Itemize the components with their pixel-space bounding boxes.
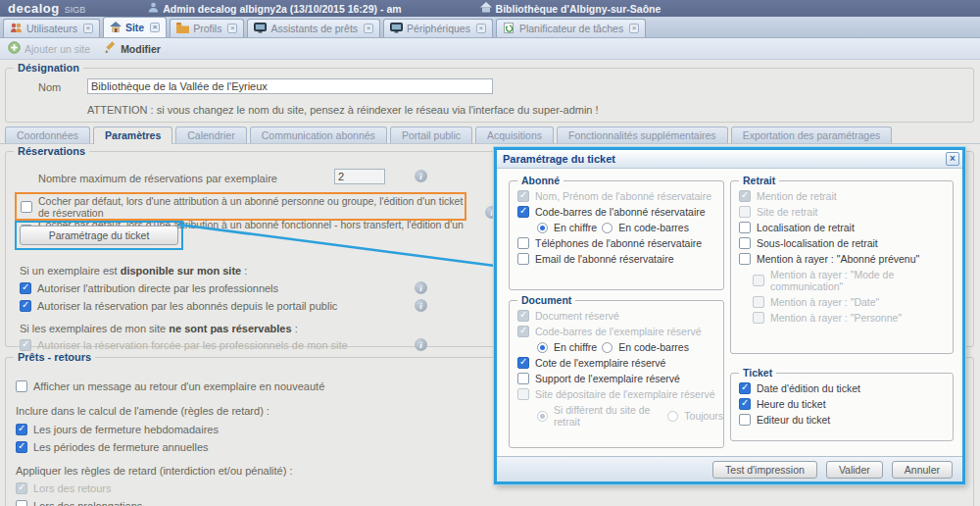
close-icon[interactable]: × (946, 152, 959, 166)
checkbox-label: Les périodes de fermeture annuelles (33, 441, 209, 453)
close-icon[interactable]: × (629, 24, 639, 33)
annuler-button[interactable]: Annuler (892, 461, 953, 479)
option-row: Autoriser la réservation par les abonnés… (20, 300, 337, 312)
current-user: Admin decalog albigny2a (13/10/2015 16:2… (148, 2, 401, 15)
tab-site[interactable]: Site × (103, 17, 167, 37)
option-row: Lors des retours (16, 482, 111, 494)
tab-label: Site (125, 22, 144, 33)
option-row: Site de retrait (739, 206, 953, 218)
option-row: Heure du ticket (739, 398, 953, 410)
radio-option: En code-barres (602, 222, 689, 233)
option-row: Sous-localisation de retrait (739, 237, 953, 249)
checkbox[interactable] (739, 253, 751, 265)
subtab-parametres[interactable]: Paramètres (93, 126, 172, 144)
dialog-title: Paramétrage du ticket (503, 153, 615, 165)
test-impression-button[interactable]: Test d'impression (712, 461, 817, 479)
close-icon[interactable]: × (150, 23, 160, 32)
close-icon[interactable]: × (83, 24, 93, 33)
checkbox[interactable] (517, 373, 529, 384)
tab-peripheriques[interactable]: Périphériques × (383, 19, 493, 37)
home-icon (110, 22, 122, 34)
close-icon[interactable]: × (364, 24, 373, 33)
subtab-exportation-des-parametrages[interactable]: Exportation des paramétrages (731, 126, 893, 143)
checkbox[interactable] (517, 206, 529, 218)
option-row: Cote de l'exemplaire réservé (517, 357, 723, 369)
radio[interactable] (537, 342, 548, 353)
logo-suffix: SIGB (65, 5, 86, 15)
modify-button[interactable]: Modifier (104, 41, 161, 56)
checkbox[interactable] (739, 398, 751, 410)
retrait-legend: Retrait (739, 175, 779, 186)
subtab-calendrier[interactable]: Calendrier (175, 126, 246, 143)
add-icon (8, 41, 21, 56)
info-icon[interactable]: i (415, 299, 427, 312)
checkbox-label: Date d'édition du ticket (757, 382, 860, 394)
option-row: Date d'édition du ticket (739, 382, 953, 394)
amende-heading: Inclure dans le calcul de l'amende (règl… (16, 405, 270, 417)
checkbox[interactable] (517, 357, 529, 369)
tab-profils[interactable]: Profils × (170, 19, 244, 37)
info-icon[interactable]: i (415, 170, 427, 182)
checkbox[interactable] (20, 282, 31, 294)
scheduler-icon (503, 23, 515, 35)
option-row: Mention à rayer : "Date" (753, 296, 953, 308)
nom-label: Nom (38, 81, 61, 93)
tab-label: Utilisateurs (26, 23, 77, 34)
max-reservations-label: Nombre maximum de réservations par exemp… (38, 173, 277, 184)
checkbox-label: Mention à rayer : "Abonné prévenu" (757, 253, 919, 265)
checkbox-label: Autoriser la réservation par les abonnés… (37, 300, 337, 312)
radio[interactable] (602, 342, 612, 353)
radio-option: Toujours (667, 410, 723, 422)
add-site-label: Ajouter un site (24, 43, 90, 55)
option-row: Autoriser la réservation forcée par les … (20, 339, 348, 351)
subtab-coordonnees[interactable]: Coordonnées (5, 126, 90, 143)
checkbox-label: Support de l'exemplaire réservé (535, 373, 680, 384)
radio[interactable] (602, 223, 612, 233)
radio-label: En code-barres (618, 222, 689, 233)
close-icon[interactable]: × (476, 24, 486, 33)
close-icon[interactable]: × (227, 24, 237, 33)
subtab-acquisitions[interactable]: Acquisitions (475, 126, 554, 143)
option-row: Téléphones de l'abonné réservataire (517, 237, 723, 249)
topbar: decalog SIGB Admin decalog albigny2a (13… (0, 0, 980, 17)
max-reservations-input[interactable] (334, 169, 385, 184)
radio-option: Si différent du site de retrait (537, 404, 656, 428)
option-row: Mention de retrait (739, 190, 953, 202)
subtab-portail-public[interactable]: Portail public (390, 126, 472, 143)
checkbox[interactable] (16, 380, 27, 392)
checkbox[interactable] (739, 237, 751, 249)
checkbox[interactable] (739, 222, 751, 233)
checkbox[interactable] (517, 237, 529, 249)
checkbox[interactable] (739, 382, 751, 394)
radio (667, 411, 678, 422)
checkbox-label: Autoriser la réservation forcée par les … (37, 339, 348, 351)
tab-assistants-de-prets[interactable]: Assistants de prêts × (247, 19, 380, 37)
nonreservable-heading: Si les exemplaires de mon site ne sont p… (20, 323, 298, 334)
checkbox[interactable] (517, 253, 529, 265)
checkbox[interactable] (739, 414, 751, 426)
checkbox[interactable] (16, 424, 27, 435)
checkbox (753, 296, 764, 308)
tab-planificateur-de-taches[interactable]: Planificateur de tâches × (496, 19, 646, 37)
subtab-fonctionnalites-supplementaires[interactable]: Fonctionnalités supplémentaires (557, 126, 728, 143)
tab-utilisateurs[interactable]: Utilisateurs × (3, 19, 100, 37)
parametrage-ticket-button[interactable]: Paramétrage du ticket (20, 226, 178, 245)
info-icon[interactable]: i (415, 338, 427, 351)
option-row: Nom, Prénom de l'abonné réservataire (517, 190, 723, 202)
dialog-body: Abonné Nom, Prénom de l'abonné réservata… (497, 169, 962, 456)
checkbox-label: Sous-localisation de retrait (757, 237, 878, 249)
annotation-highlight-orange: Cocher par défaut, lors d'une attributio… (15, 192, 466, 221)
info-icon[interactable]: i (415, 281, 427, 294)
valider-button[interactable]: Valider (826, 461, 883, 479)
subtab-communication-abonnes[interactable]: Communication abonnés (250, 126, 387, 143)
checkbox[interactable] (21, 201, 32, 213)
checkbox[interactable] (16, 500, 27, 506)
checkbox[interactable] (16, 441, 27, 453)
dialog-titlebar[interactable]: Paramétrage du ticket × (497, 150, 962, 169)
nom-input[interactable] (87, 78, 493, 94)
checkbox-label: Cote de l'exemplaire réservé (535, 357, 665, 369)
radio[interactable] (537, 223, 548, 233)
checkbox[interactable] (20, 300, 31, 312)
app-window: decalog SIGB Admin decalog albigny2a (13… (0, 0, 980, 506)
option-row: Afficher un message au retour d'un exemp… (16, 380, 324, 392)
